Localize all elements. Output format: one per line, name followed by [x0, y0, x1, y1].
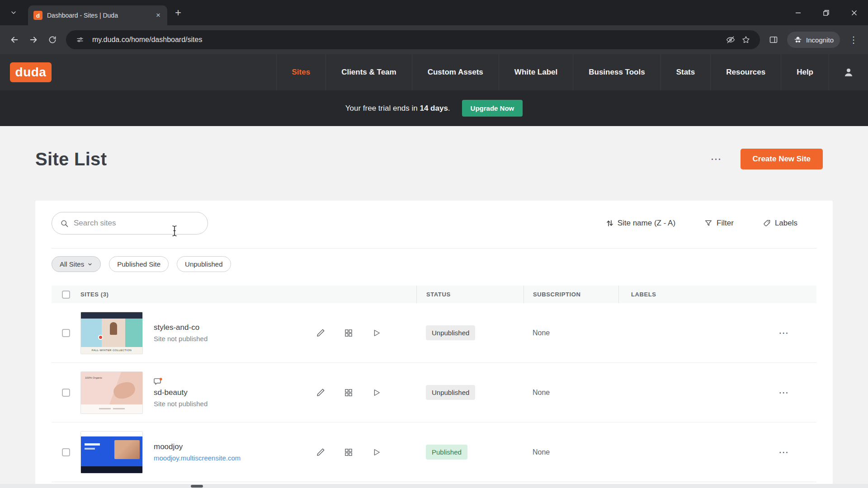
edit-site-button[interactable]: [315, 327, 326, 339]
bookmark-star-icon[interactable]: [738, 32, 754, 47]
preview-site-button[interactable]: [371, 327, 382, 339]
nav-item-resources[interactable]: Resources: [710, 54, 781, 90]
duda-logo[interactable]: duda: [10, 62, 52, 82]
site-publish-status-text: Site not published: [154, 400, 284, 408]
apps-grid-button[interactable]: [343, 387, 354, 399]
chip-unpublished[interactable]: Unpublished: [177, 256, 231, 272]
chevron-down-icon: [87, 262, 93, 267]
incognito-icon: [793, 36, 802, 44]
reload-button[interactable]: [43, 31, 61, 49]
chip-published-site[interactable]: Published Site: [109, 256, 169, 272]
close-icon: [851, 10, 857, 16]
search-icon: [60, 219, 69, 228]
search-box[interactable]: [52, 212, 208, 235]
forward-button[interactable]: [24, 31, 42, 49]
trial-banner-text: Your free trial ends in 14 days.: [345, 104, 450, 113]
browser-tab[interactable]: d Dashboard - Sites | Duda ×: [28, 5, 167, 25]
comment-indicator-icon[interactable]: [154, 378, 284, 385]
create-new-site-button[interactable]: Create New Site: [741, 149, 823, 169]
back-button[interactable]: [5, 31, 24, 49]
preview-site-button[interactable]: [371, 446, 382, 458]
column-header-sites: SITES (3): [80, 291, 416, 298]
filter-label: Filter: [717, 219, 734, 228]
site-thumbnail[interactable]: [80, 431, 143, 474]
apps-grid-button[interactable]: [343, 446, 354, 458]
trial-days: 14 days: [420, 104, 448, 113]
nav-item-clients-team[interactable]: Clients & Team: [326, 54, 412, 90]
table-row: 100% Organic sd-beauty Site not publishe…: [52, 363, 816, 422]
nav-item-business-tools[interactable]: Business Tools: [573, 54, 660, 90]
site-name[interactable]: styles-and-co: [154, 323, 284, 332]
sort-arrows-icon: [606, 219, 613, 227]
edit-site-button[interactable]: [315, 446, 326, 458]
trial-banner: Your free trial ends in 14 days. Upgrade…: [0, 90, 868, 126]
tab-close-icon[interactable]: ×: [153, 10, 164, 21]
account-avatar-button[interactable]: [829, 54, 868, 90]
chevron-down-icon: [10, 9, 17, 16]
select-all-checkbox[interactable]: [62, 291, 70, 299]
table-row: FALL-WINTER COLLECTION styles-and-co Sit…: [52, 303, 816, 363]
back-arrow-icon: [9, 35, 19, 45]
nav-item-white-label[interactable]: White Label: [499, 54, 573, 90]
horizontal-scrollbar-thumb[interactable]: [191, 485, 203, 488]
side-panel-button[interactable]: [764, 31, 783, 49]
nav-items: Sites Clients & Team Custom Assets White…: [276, 54, 830, 90]
row-options-menu-button[interactable]: ⋯: [778, 328, 788, 338]
subscription-value: None: [524, 329, 618, 337]
edit-site-button[interactable]: [315, 387, 326, 399]
row-checkbox[interactable]: [62, 329, 70, 337]
window-minimize-button[interactable]: [784, 0, 812, 25]
site-thumbnail[interactable]: FALL-WINTER COLLECTION: [80, 312, 143, 354]
table-row: moodjoy moodjoy.multiscreensite.com Publ…: [52, 422, 816, 482]
window-restore-button[interactable]: [812, 0, 840, 25]
forward-arrow-icon: [28, 35, 38, 45]
pencil-icon: [316, 447, 326, 457]
subscription-value: None: [524, 389, 618, 397]
window-close-button[interactable]: [840, 0, 868, 25]
tag-icon: [763, 219, 771, 227]
labels-control[interactable]: Labels: [763, 219, 797, 228]
person-icon: [843, 66, 854, 78]
horizontal-scrollbar-track: [0, 484, 868, 488]
side-panel-icon: [769, 35, 778, 44]
row-checkbox[interactable]: [62, 448, 70, 456]
tab-search-button[interactable]: [5, 5, 22, 21]
play-icon: [372, 388, 381, 397]
nav-item-stats[interactable]: Stats: [660, 54, 711, 90]
status-badge: Published: [426, 445, 467, 460]
apps-grid-button[interactable]: [343, 327, 354, 339]
nav-item-help[interactable]: Help: [781, 54, 829, 90]
address-bar[interactable]: my.duda.co/home/dashboard/sites: [66, 30, 760, 49]
browser-menu-button[interactable]: ⋮: [844, 31, 863, 49]
sort-control[interactable]: Site name (Z - A): [606, 219, 675, 228]
trial-text-suffix: .: [448, 104, 450, 113]
search-input[interactable]: [74, 219, 199, 228]
new-tab-button[interactable]: +: [170, 5, 186, 21]
site-thumbnail[interactable]: 100% Organic: [80, 371, 143, 414]
window-controls: [784, 0, 868, 25]
site-domain-link[interactable]: moodjoy.multiscreensite.com: [154, 454, 284, 462]
page-options-menu-button[interactable]: ⋯: [711, 154, 722, 164]
nav-item-custom-assets[interactable]: Custom Assets: [412, 54, 499, 90]
filter-control[interactable]: Filter: [704, 219, 734, 228]
upgrade-now-button[interactable]: Upgrade Now: [462, 100, 523, 117]
chip-all-sites[interactable]: All Sites: [52, 256, 101, 272]
site-settings-icon[interactable]: [72, 32, 88, 47]
subscription-value: None: [524, 448, 618, 456]
browser-toolbar: my.duda.co/home/dashboard/sites Incognit…: [0, 25, 868, 54]
duda-favicon: d: [33, 11, 42, 20]
tracking-protection-eye-off-icon[interactable]: [723, 32, 738, 47]
site-name[interactable]: moodjoy: [154, 442, 284, 451]
reload-icon: [48, 35, 57, 44]
thumbnail-caption: 100% Organic: [85, 376, 102, 379]
pencil-icon: [316, 328, 326, 338]
row-checkbox[interactable]: [62, 389, 70, 397]
row-options-menu-button[interactable]: ⋯: [778, 388, 788, 398]
card-divider: [52, 248, 816, 249]
row-options-menu-button[interactable]: ⋯: [778, 447, 788, 457]
site-name[interactable]: sd-beauty: [154, 388, 284, 397]
nav-item-sites[interactable]: Sites: [276, 54, 326, 90]
preview-site-button[interactable]: [371, 387, 382, 399]
chip-published-label: Published Site: [117, 260, 160, 268]
pencil-icon: [316, 388, 326, 397]
